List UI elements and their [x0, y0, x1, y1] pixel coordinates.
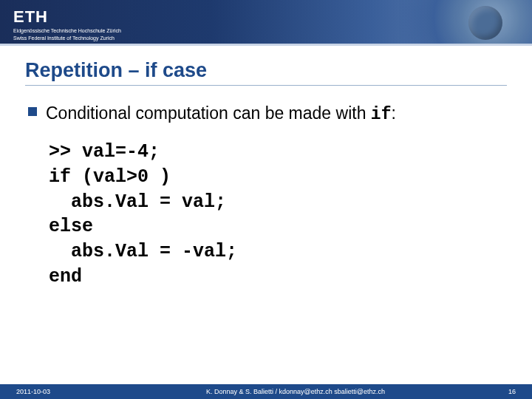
- footer-page-number: 16: [488, 388, 532, 395]
- bullet-text-code: if: [371, 105, 392, 124]
- banner-photo: [399, 0, 532, 46]
- bullet-text-post: :: [391, 103, 395, 123]
- bullet-item: Conditional computation can be made with…: [25, 102, 507, 126]
- bullet-text: Conditional computation can be made with…: [46, 102, 396, 126]
- eth-logo-text: ETH: [13, 7, 121, 27]
- eth-logo: ETH Eidgenössische Technische Hochschule…: [13, 7, 121, 42]
- banner-strip: [0, 44, 532, 46]
- footer-authors: K. Donnay & S. Balietti / kdonnay@ethz.c…: [103, 388, 488, 395]
- bullet-text-pre: Conditional computation can be made with: [46, 103, 371, 123]
- slide-title: Repetition – if case: [25, 59, 507, 86]
- square-bullet-icon: [28, 107, 37, 116]
- eth-logo-sub2: Swiss Federal Institute of Technology Zu…: [13, 35, 121, 41]
- slide-content: Repetition – if case Conditional computa…: [0, 46, 532, 290]
- footer-date: 2011-10-03: [0, 388, 103, 395]
- eth-logo-sub1: Eidgenössische Technische Hochschule Zür…: [13, 28, 121, 34]
- header-banner: ETH Eidgenössische Technische Hochschule…: [0, 0, 532, 46]
- footer-bar: 2011-10-03 K. Donnay & S. Balietti / kdo…: [0, 384, 532, 399]
- code-block: >> val=-4; if (val>0 ) abs.Val = val; el…: [49, 140, 507, 290]
